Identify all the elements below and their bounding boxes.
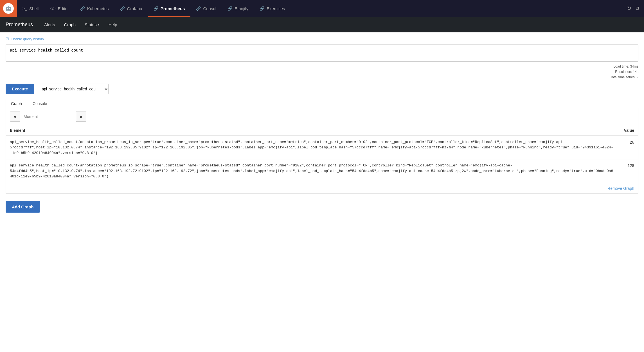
enable-query-history-link[interactable]: ☑ Enable query history [6, 37, 638, 41]
moment-input[interactable] [20, 112, 76, 121]
secondary-nav-title: Prometheus [6, 22, 33, 28]
element-cell: api_service_health_called_count{annotati… [6, 159, 620, 183]
editor-icon: </> [50, 6, 55, 11]
element-cell: api_service_health_called_count{annotati… [6, 136, 620, 159]
grafana-link-icon: 🔗 [120, 6, 125, 11]
nav-item-kubernetes[interactable]: 🔗 Kubernetes [75, 0, 114, 17]
nav-item-prometheus[interactable]: 🔗 Prometheus [148, 0, 191, 17]
result-tabs: Graph Console [6, 99, 638, 108]
resolution-info: Resolution: 14s [6, 69, 638, 75]
status-dropdown-arrow: ▾ [98, 23, 100, 26]
app-logo: 🤖 [3, 3, 14, 14]
window-button[interactable]: ⧉ [636, 6, 640, 12]
load-time: Load time: 34ms [6, 64, 638, 69]
nav-items-list: >_ Shell </> Editor 🔗 Kubernetes 🔗 Grafa… [17, 0, 623, 17]
query-input-container [6, 44, 638, 62]
element-column-header: Element [6, 125, 620, 136]
prev-moment-button[interactable]: « [10, 112, 20, 122]
nav-item-grafana-label: Grafana [127, 6, 142, 11]
value-cell: 26 [620, 136, 638, 159]
nav-right-controls: ↻ ⧉ [623, 5, 644, 12]
add-graph-button[interactable]: Add Graph [6, 201, 40, 213]
history-check-icon: ☑ [6, 37, 9, 41]
secondary-nav-help[interactable]: Help [104, 17, 122, 32]
nav-item-consul-label: Consul [203, 6, 216, 11]
nav-item-kubernetes-label: Kubernetes [87, 6, 109, 11]
consul-link-icon: 🔗 [196, 6, 201, 11]
nav-item-shell-label: Shell [29, 6, 39, 11]
nav-item-emojify[interactable]: 🔗 Emojify [222, 0, 254, 17]
total-series: Total time series: 2 [6, 75, 638, 80]
nav-item-shell[interactable]: >_ Shell [17, 0, 44, 17]
secondary-nav-status[interactable]: Status ▾ [80, 17, 104, 32]
results-table: Element Value api_service_health_called_… [6, 125, 638, 183]
metric-select[interactable]: api_service_health_called_cou [38, 84, 109, 94]
nav-item-exercises-label: Exercises [267, 6, 285, 11]
refresh-button[interactable]: ↻ [627, 5, 631, 12]
nav-item-exercises[interactable]: 🔗 Exercises [254, 0, 291, 17]
top-navbar: 🤖 >_ Shell </> Editor 🔗 Kubernetes 🔗 Gra… [0, 0, 644, 17]
next-moment-button[interactable]: » [76, 112, 86, 122]
secondary-navbar: Prometheus Alerts Graph Status ▾ Help [0, 17, 644, 32]
remove-graph-link[interactable]: Remove Graph [607, 186, 634, 191]
tab-console[interactable]: Console [27, 99, 52, 108]
table-row: api_service_health_called_count{annotati… [6, 136, 638, 159]
shell-icon: >_ [22, 6, 27, 11]
load-info-panel: Load time: 34ms Resolution: 14s Total ti… [6, 64, 638, 80]
nav-item-editor-label: Editor [58, 6, 69, 11]
secondary-nav-graph[interactable]: Graph [59, 17, 80, 32]
execute-button[interactable]: Execute [6, 84, 34, 94]
value-cell: 128 [620, 159, 638, 183]
nav-item-prometheus-label: Prometheus [161, 6, 185, 11]
query-input[interactable] [6, 45, 638, 61]
nav-item-emojify-label: Emojify [235, 6, 248, 11]
logo-container: 🤖 [0, 0, 17, 17]
kubernetes-link-icon: 🔗 [80, 6, 85, 11]
prometheus-link-icon: 🔗 [154, 6, 158, 11]
nav-item-grafana[interactable]: 🔗 Grafana [114, 0, 148, 17]
execute-row: Execute api_service_health_called_cou [6, 84, 638, 94]
results-panel: « » Element Value api_service_health_cal… [6, 108, 638, 194]
value-column-header: Value [620, 125, 638, 136]
query-history-label: Enable query history [11, 37, 44, 41]
exercises-link-icon: 🔗 [260, 6, 264, 11]
nav-item-consul[interactable]: 🔗 Consul [190, 0, 222, 17]
tab-graph[interactable]: Graph [6, 99, 27, 108]
table-row: api_service_health_called_count{annotati… [6, 159, 638, 183]
moment-controls: « » [6, 108, 638, 125]
secondary-nav-alerts[interactable]: Alerts [40, 17, 59, 32]
emojify-link-icon: 🔗 [228, 6, 232, 11]
nav-item-editor[interactable]: </> Editor [44, 0, 74, 17]
main-content: ☑ Enable query history Load time: 34ms R… [0, 32, 644, 217]
remove-graph-row: Remove Graph [6, 183, 638, 193]
